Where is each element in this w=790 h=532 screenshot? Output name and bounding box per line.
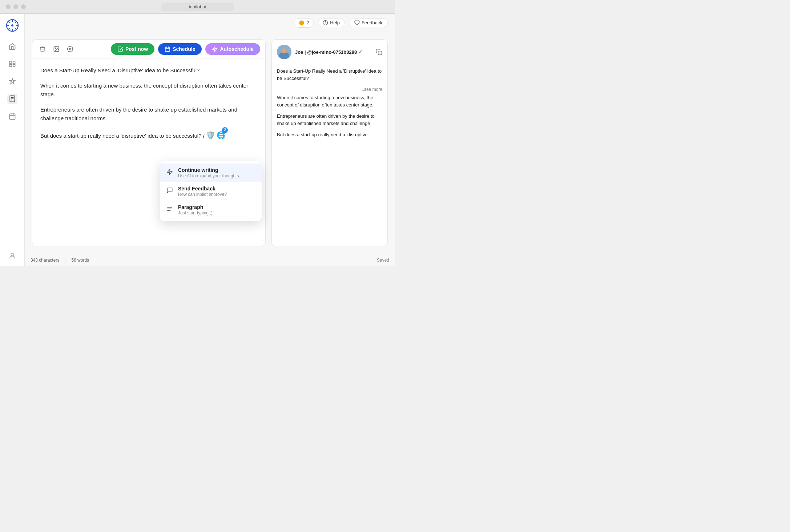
send-feedback-desc: How can inpilot improve? [178, 192, 227, 197]
preview-panel: Joe | @joe-mino-0751b3288 ✓ Does a Start… [271, 39, 388, 246]
svg-point-27 [69, 48, 71, 50]
editor-paragraph-4: But does a start-up really need a 'disru… [40, 129, 257, 141]
paragraph-desc: Just start typing ;) [178, 210, 213, 215]
svg-marker-32 [213, 47, 217, 51]
preview-header: Joe | @joe-mino-0751b3288 ✓ [272, 40, 387, 63]
sidebar-item-home[interactable] [7, 41, 17, 52]
preview-avatar [277, 45, 291, 59]
context-menu-item-continue-writing[interactable]: Continue writing Use AI to expand your t… [160, 164, 262, 182]
send-feedback-title: Send Feedback [178, 186, 227, 192]
topbar: 2 Help Feedback [25, 14, 395, 32]
help-label: Help [330, 20, 340, 25]
help-button[interactable]: Help [318, 18, 344, 27]
sidebar-item-calendar[interactable] [7, 111, 17, 121]
autoschedule-label: Autoschedule [220, 46, 254, 52]
svg-rect-18 [9, 114, 15, 119]
svg-line-6 [8, 21, 9, 23]
titlebar: inpilot.ai [0, 0, 395, 14]
traffic-lights [6, 4, 26, 9]
svg-point-40 [282, 48, 287, 53]
see-more-link[interactable]: ...see more [277, 86, 382, 93]
editor-paragraph-3: Entrepreneurs are often driven by the de… [40, 105, 257, 123]
main-area: 2 Help Feedback [25, 14, 395, 266]
feedback-button[interactable]: Feedback [349, 18, 388, 27]
preview-para-4: But does a start-up really need a 'disru… [277, 131, 382, 138]
schedule-icon [165, 46, 170, 52]
save-status: Saved [377, 258, 389, 263]
ai-emoji-wrapper: 🌐 2 [217, 129, 226, 141]
editor-paragraph-2: When it comes to starting a new business… [40, 81, 257, 99]
svg-line-8 [15, 21, 16, 23]
statusbar: 343 characters 56 words Saved [25, 254, 395, 266]
svg-point-1 [11, 24, 13, 27]
sidebar-item-grid[interactable] [7, 59, 17, 69]
svg-rect-41 [378, 51, 382, 55]
continue-writing-title: Continue writing [178, 167, 240, 173]
sidebar-item-document[interactable] [7, 94, 17, 104]
preview-para-1: Does a Start-Up Really Need a 'Disruptiv… [277, 68, 382, 82]
preview-para-3: Entrepreneurs are often driven by the de… [277, 113, 382, 127]
paragraph-title: Paragraph [178, 204, 213, 210]
svg-point-26 [55, 48, 56, 48]
feedback-icon-topbar [354, 20, 360, 25]
post-now-label: Post now [125, 46, 148, 52]
close-light[interactable] [6, 4, 11, 9]
preview-para-2: When it comes to starting a new business… [277, 94, 382, 108]
fullscreen-light[interactable] [21, 4, 26, 9]
svg-line-9 [8, 28, 9, 30]
continue-writing-icon [166, 168, 174, 176]
svg-line-7 [15, 28, 16, 30]
character-count: 343 characters [31, 258, 65, 263]
url-text: inpilot.ai [189, 4, 206, 9]
post-now-button[interactable]: Post now [111, 43, 154, 55]
context-menu: Continue writing Use AI to expand your t… [160, 161, 262, 221]
credits-icon [299, 20, 305, 26]
delete-button[interactable] [37, 44, 48, 54]
sidebar-user-button[interactable] [7, 251, 17, 261]
word-count: 56 words [65, 258, 95, 263]
editor-paragraph-1: Does a Start-Up Really Need a 'Disruptiv… [40, 66, 257, 75]
help-icon [323, 20, 328, 25]
app-logo[interactable] [6, 19, 19, 32]
feedback-label: Feedback [362, 20, 382, 25]
inline-icons: 🛡️ 🌐 2 [206, 129, 226, 141]
svg-rect-13 [13, 65, 15, 67]
schedule-label: Schedule [173, 46, 195, 52]
credits-badge[interactable]: 2 [294, 18, 314, 28]
copy-icon[interactable] [376, 49, 382, 55]
svg-point-22 [11, 253, 13, 256]
paragraph-icon [166, 205, 174, 213]
editor-wrapper: Post now Schedule [25, 32, 395, 254]
minimize-light[interactable] [13, 4, 18, 9]
editor-toolbar: Post now Schedule [32, 40, 265, 59]
preview-username: Joe | @joe-mino-0751b3288 ✓ [295, 49, 376, 55]
continue-writing-desc: Use AI to expand your thoughts. [178, 173, 240, 178]
svg-rect-10 [9, 61, 12, 64]
svg-rect-28 [165, 47, 170, 52]
context-menu-item-send-feedback[interactable]: Send Feedback How can inpilot improve? [160, 182, 262, 201]
preview-content: Does a Start-Up Really Need a 'Disruptiv… [272, 63, 387, 246]
notification-badge: 2 [222, 127, 228, 133]
svg-point-24 [325, 24, 326, 24]
verified-badge: ✓ [358, 49, 363, 55]
autoschedule-button[interactable]: Autoschedule [205, 43, 260, 55]
send-feedback-icon [166, 186, 174, 194]
schedule-button[interactable]: Schedule [158, 43, 202, 55]
context-menu-item-paragraph[interactable]: Paragraph Just start typing ;) [160, 201, 262, 219]
svg-rect-11 [13, 61, 15, 64]
post-now-icon [117, 46, 123, 52]
svg-marker-33 [167, 169, 172, 175]
sidebar-item-sparkle[interactable] [7, 76, 17, 86]
preview-action-icons [376, 49, 382, 55]
svg-rect-12 [9, 65, 12, 67]
settings-button[interactable] [65, 44, 75, 54]
shield-emoji: 🛡️ [206, 129, 215, 141]
address-bar[interactable]: inpilot.ai [161, 3, 234, 11]
credits-count: 2 [306, 20, 309, 25]
autoschedule-icon [212, 46, 218, 52]
sidebar [0, 14, 25, 266]
image-button[interactable] [51, 44, 61, 54]
